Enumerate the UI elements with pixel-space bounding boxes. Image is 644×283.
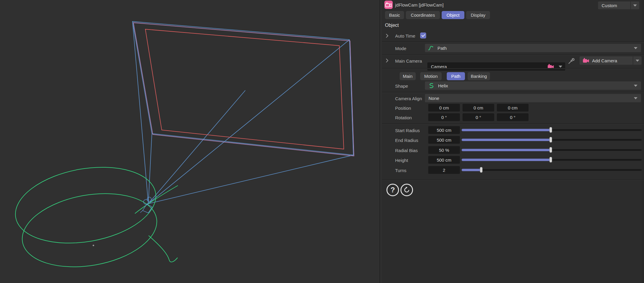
turns-slider[interactable] [462,169,642,171]
chevron-down-icon [634,85,637,87]
preset-dropdown-arrow[interactable] [630,1,639,9]
position-z-field[interactable]: 0 cm [497,104,529,112]
main-camera-field[interactable]: Camera [427,62,565,71]
tab-banking[interactable]: Banking [468,72,490,80]
mode-dropdown[interactable]: Path [425,44,641,52]
origin-dot [93,245,94,246]
position-y-field[interactable]: 0 cm [463,104,494,112]
slider-handle[interactable] [549,157,552,163]
rotation-label: Rotation [395,115,412,120]
page-title: jdFlowCam [jdFlowCam] [395,2,444,7]
rotation-h-field[interactable]: 0 ° [428,113,460,121]
separator [382,41,644,42]
camera-wireframe[interactable] [140,197,152,213]
radial-bias-slider[interactable] [462,149,642,151]
start-radius-slider[interactable] [462,129,642,131]
slider-fill [462,169,481,171]
position-x-field[interactable]: 0 cm [428,104,460,112]
add-camera-dropdown-arrow[interactable] [633,56,642,65]
section-heading: Object [385,23,399,28]
add-camera-label: Add Camera [592,58,617,63]
camera-align-value: None [429,96,439,101]
chevron-down-icon [633,4,637,7]
main-camera-label: Main Camera [395,58,422,64]
spline-rect-red [145,29,344,149]
chevron-down-icon[interactable] [559,66,562,68]
radial-bias-field[interactable]: 50 % [428,146,460,154]
tab-object[interactable]: Object [442,11,464,19]
chevron-down-icon [636,60,639,62]
separator [382,92,644,93]
slider-fill [462,139,551,141]
slider-fill [462,159,551,161]
helix-path [9,157,178,277]
height-field[interactable]: 500 cm [428,156,460,164]
slider-handle[interactable] [480,167,483,173]
viewport-3d[interactable] [0,0,380,283]
helix-shape-icon [429,83,435,89]
question-mark-icon: ? [391,186,395,194]
reset-arrow-icon [403,186,410,194]
end-radius-field[interactable]: 500 cm [428,136,460,144]
spline-mode-icon [428,45,434,51]
shape-label: Shape [395,83,408,89]
add-camera-button[interactable]: Add Camera [580,56,642,65]
tab-path[interactable]: Path [447,72,465,80]
chevron-down-icon [634,97,637,99]
tab-main[interactable]: Main [400,72,416,80]
separator [382,55,644,55]
separator [382,179,644,180]
eyedropper-icon[interactable] [568,57,575,65]
camera-icon [385,2,392,7]
reset-button[interactable] [400,184,413,196]
slider-handle[interactable] [549,127,552,133]
end-radius-label: End Radius [395,138,418,143]
panel-divider-highlight [380,0,381,283]
expander-chevron-icon[interactable] [386,33,389,38]
preset-dropdown[interactable]: Custom [598,1,639,9]
viewport-scene [0,0,380,283]
camera-align-label: Camera Align [395,96,422,101]
turns-label: Turns [395,168,406,173]
mode-dropdown-value: Path [437,46,447,51]
expander-chevron-icon[interactable] [386,58,389,63]
tab-motion[interactable]: Motion [420,72,442,80]
camera-align-dropdown[interactable]: None [425,94,641,102]
object-type-icon [384,1,393,9]
frustum-far-plane [133,21,353,155]
shape-dropdown[interactable]: Helix [425,81,641,90]
start-radius-label: Start Radius [395,128,420,133]
auto-time-label: Auto Time [395,33,415,38]
chevron-down-icon [634,47,637,49]
tab-coordinates[interactable]: Coordinates [406,11,440,19]
spline-rect-lavender [133,23,354,156]
slider-fill [462,149,551,151]
tab-display[interactable]: Display [466,11,490,19]
auto-time-checkbox[interactable] [420,33,426,38]
rotation-b-field[interactable]: 0 ° [497,113,529,121]
mode-label: Mode [395,46,406,51]
separator [382,68,644,69]
slider-handle[interactable] [549,147,552,153]
preset-dropdown-value: Custom [602,3,617,8]
camera-add-icon [583,58,590,63]
shape-dropdown-value: Helix [438,83,448,88]
turns-field[interactable]: 2 [428,166,460,174]
start-radius-field[interactable]: 500 cm [428,126,460,134]
scroll-gutter[interactable] [642,0,644,283]
tab-basic[interactable]: Basic [385,11,404,19]
position-label: Position [395,106,411,111]
slider-handle[interactable] [549,137,552,143]
end-radius-slider[interactable] [462,139,642,141]
height-label: Height [395,158,408,163]
camera-frustum-lines [133,21,353,204]
application-window: jdFlowCam [jdFlowCam] Custom Basic Coord… [0,0,644,283]
radial-bias-label: Radial Bias [395,148,418,153]
help-button[interactable]: ? [386,184,399,196]
slider-fill [462,129,551,131]
rotation-p-field[interactable]: 0 ° [463,113,494,121]
height-slider[interactable] [462,159,642,161]
separator [382,123,644,124]
